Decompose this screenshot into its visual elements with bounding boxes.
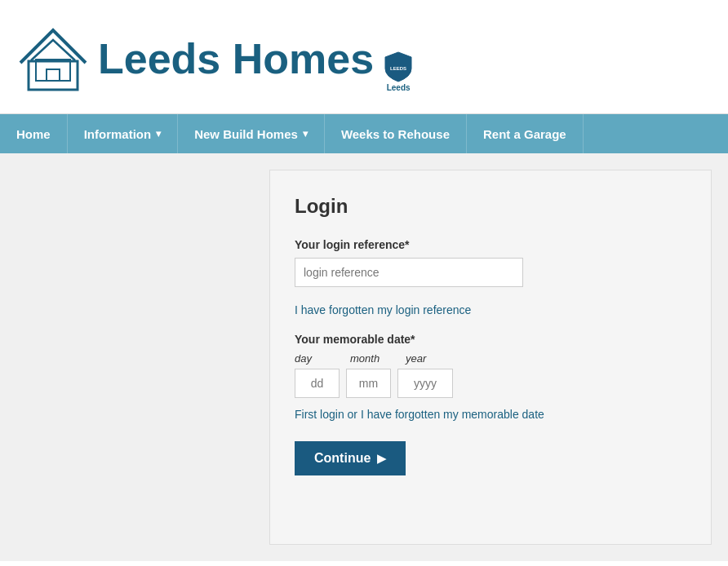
nav-item-weeks-to-rehouse[interactable]: Weeks to Rehouse	[325, 114, 467, 153]
svg-rect-2	[47, 69, 60, 81]
site-header: Leeds Homes LEEDS Leeds	[0, 0, 728, 114]
first-login-link[interactable]: First login or I have forgotten my memor…	[295, 408, 686, 421]
year-input[interactable]	[397, 369, 453, 398]
month-input[interactable]	[346, 369, 391, 398]
year-label: year	[406, 352, 471, 365]
svg-text:LEEDS: LEEDS	[390, 66, 406, 71]
leeds-badge: LEEDS Leeds	[382, 51, 415, 92]
login-ref-input[interactable]	[295, 258, 523, 287]
memorable-date-group: Your memorable date* day month year	[295, 333, 686, 398]
new-build-homes-dropdown-arrow: ▾	[303, 128, 308, 139]
nav-item-new-build-homes[interactable]: New Build Homes ▾	[178, 114, 325, 153]
logo-container: Leeds Homes	[16, 22, 374, 95]
nav-item-home[interactable]: Home	[0, 114, 68, 153]
continue-button-label: Continue	[314, 451, 371, 466]
main-nav: Home Information ▾ New Build Homes ▾ Wee…	[0, 114, 728, 153]
day-input[interactable]	[295, 369, 340, 398]
date-labels-row: day month year	[295, 352, 686, 365]
main-content: Login Your login reference* I have forgo…	[0, 153, 728, 561]
memorable-date-label: Your memorable date*	[295, 333, 686, 346]
login-ref-label: Your login reference*	[295, 238, 686, 251]
information-dropdown-arrow: ▾	[156, 128, 161, 139]
continue-button-arrow: ▶	[377, 452, 386, 465]
login-panel: Login Your login reference* I have forgo…	[269, 170, 712, 545]
date-inputs-row	[295, 369, 686, 398]
login-title: Login	[295, 195, 686, 218]
forgot-login-ref-link[interactable]: I have forgotten my login reference	[295, 303, 686, 316]
house-logo-icon	[16, 22, 90, 95]
login-ref-group: Your login reference*	[295, 238, 686, 287]
nav-item-rent-a-garage[interactable]: Rent a Garage	[467, 114, 584, 153]
month-label: month	[350, 352, 406, 365]
day-label: day	[295, 352, 350, 365]
nav-item-information[interactable]: Information ▾	[68, 114, 179, 153]
continue-button[interactable]: Continue ▶	[295, 441, 406, 475]
leeds-shield-icon: LEEDS	[382, 51, 415, 83]
leeds-badge-text: Leeds	[387, 83, 411, 92]
logo-text: Leeds Homes	[98, 34, 374, 83]
